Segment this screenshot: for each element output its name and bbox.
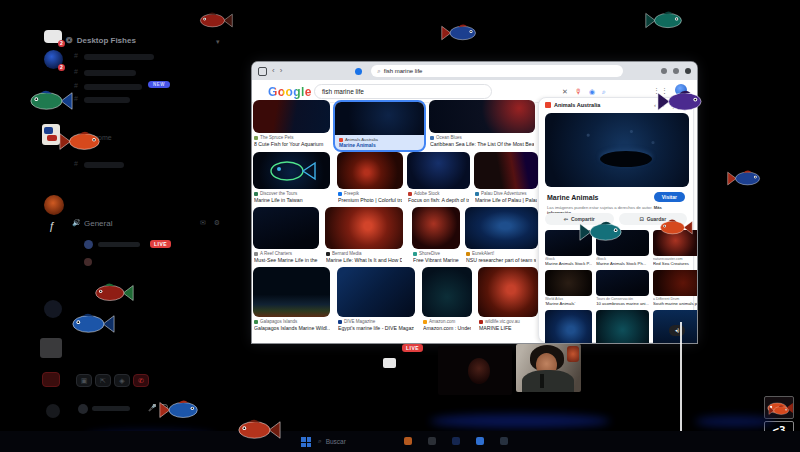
related-image[interactable]: iStockMarine Animals Stock P...: [545, 230, 592, 266]
channel-item[interactable]: [84, 162, 124, 168]
result-caption[interactable]: ShoreDive Free Vibrant Marine Life Im...: [413, 251, 459, 263]
taskbar-app-icon[interactable]: [476, 437, 484, 445]
participant-video-webcam[interactable]: [516, 344, 581, 392]
activities-button[interactable]: ◈: [114, 374, 130, 387]
result-caption[interactable]: Adobe Stock Focus on fish: A depth of tr…: [408, 191, 469, 203]
account-avatar[interactable]: [675, 84, 687, 96]
result-image[interactable]: [253, 100, 330, 133]
result-caption[interactable]: Ocean Blues Caribbean Sea Life: The List…: [430, 135, 534, 147]
mic-search-icon[interactable]: 🎙: [575, 88, 582, 96]
panel-next-icon[interactable]: ›: [662, 102, 664, 109]
related-image[interactable]: iStockMarine Animals Stock Ph...: [596, 230, 649, 266]
back-icon[interactable]: ‹: [272, 62, 275, 80]
voice-user-avatar[interactable]: [84, 240, 93, 249]
minimize-button[interactable]: [661, 68, 667, 74]
result-caption[interactable]: Galapagos Islands Galapagos Islands Mari…: [254, 319, 330, 331]
related-image[interactable]: Tours de Conservación10 asombrosos marin…: [596, 270, 649, 306]
panel-hero-image[interactable]: [545, 113, 689, 187]
headphones-icon[interactable]: 🎧: [160, 404, 169, 412]
channel-item-welcome[interactable]: welcome: [84, 134, 112, 141]
related-image[interactable]: World Atlas'Marine Animals': [545, 270, 592, 306]
result-caption[interactable]: DIVE Magazine Egypt's marine life - DIVE…: [338, 319, 414, 331]
voice-channel-general[interactable]: General: [84, 219, 112, 228]
channel-item[interactable]: [84, 97, 130, 103]
voice-user-avatar2[interactable]: [84, 258, 92, 266]
self-avatar[interactable]: [78, 404, 88, 414]
visit-button[interactable]: Visitar: [654, 192, 685, 202]
result-image[interactable]: [253, 267, 330, 317]
result-image[interactable]: [407, 152, 470, 189]
taskbar-search[interactable]: ⌕ Buscar: [318, 437, 346, 445]
result-caption[interactable]: The Spruce Pets 8 Cute Fish for Your Aqu…: [254, 135, 330, 147]
result-image[interactable]: [465, 207, 538, 249]
channel-item[interactable]: [84, 70, 136, 76]
lens-icon[interactable]: ◉: [589, 88, 595, 96]
tab-favicon[interactable]: [355, 68, 362, 75]
address-bar[interactable]: ⌕ fish marine life: [371, 65, 623, 77]
chevron-down-icon[interactable]: ▾: [216, 38, 220, 46]
result-image[interactable]: [337, 152, 403, 189]
mute-audio-button[interactable]: ◂): [669, 325, 685, 336]
result-image[interactable]: [253, 207, 319, 249]
related-image[interactable]: a Different DrumSouth marine animals ph.…: [653, 270, 697, 306]
save-button[interactable]: ⊡ Guardar: [619, 213, 688, 225]
result-image-selected[interactable]: Animals Australia Marine Animals: [333, 100, 426, 152]
participant-video-dark[interactable]: [438, 346, 512, 395]
google-logo[interactable]: Google: [268, 85, 312, 99]
result-caption[interactable]: Bernard Media Marine Life: What Is It an…: [326, 251, 402, 263]
screenshare-button[interactable]: ⇱: [95, 374, 111, 387]
taskbar-app-icon[interactable]: [404, 437, 412, 445]
result-image[interactable]: [478, 267, 538, 317]
result-caption[interactable]: wildlife.vic.gov.au MARINE LIFE: [479, 319, 537, 331]
voice-user-name[interactable]: [98, 242, 140, 247]
related-image[interactable]: naturecoaster.comRed Sea Creatures: [653, 230, 697, 266]
server-icon-dim2[interactable]: [46, 404, 60, 418]
clear-search-icon[interactable]: ✕: [562, 88, 568, 96]
taskbar-app-icon[interactable]: [500, 437, 508, 445]
result-caption[interactable]: EurekAlert! NSU researcher part of team …: [466, 251, 536, 263]
result-caption[interactable]: Amazon.com Amazon.com : Underwater View …: [423, 319, 471, 331]
taskbar-app-icon[interactable]: [452, 437, 460, 445]
server-icon-planet[interactable]: [44, 195, 64, 215]
server-name-header[interactable]: ❂ Desktop Fishes: [66, 36, 226, 45]
result-image[interactable]: [337, 267, 415, 317]
disconnect-button[interactable]: ✆: [133, 374, 149, 387]
camera-button[interactable]: ▣: [76, 374, 92, 387]
result-image[interactable]: [474, 152, 538, 189]
result-caption[interactable]: Palau Dive Adventures Marine Life of Pal…: [475, 191, 537, 203]
panel-close-icon[interactable]: ✕: [682, 102, 687, 109]
google-search-input[interactable]: fish marine life: [314, 84, 492, 99]
result-caption[interactable]: Freepik Premium Photo | Colorful tropica…: [338, 191, 402, 203]
maximize-button[interactable]: [673, 68, 679, 74]
forward-icon[interactable]: ›: [280, 62, 283, 80]
voice-channel-actions[interactable]: ✉ ⚙: [200, 219, 223, 227]
share-button[interactable]: ⇦ Compartir: [545, 213, 614, 225]
close-button[interactable]: [685, 68, 691, 74]
server-icon-dim[interactable]: [44, 300, 62, 318]
result-image[interactable]: [253, 152, 330, 189]
related-image[interactable]: [545, 310, 592, 343]
result-caption[interactable]: A Reef Charters Must-See Marine Life in …: [254, 251, 318, 263]
result-image[interactable]: [412, 207, 460, 249]
related-image[interactable]: [596, 310, 649, 343]
panel-source[interactable]: Animals Australia: [554, 102, 600, 108]
result-image[interactable]: [429, 100, 535, 133]
mic-icon[interactable]: 🎤: [148, 404, 157, 412]
leave-call-button[interactable]: [42, 372, 60, 387]
channel-item[interactable]: [84, 54, 154, 60]
result-caption[interactable]: Discover the Tours Marine Life in Taiwan: [254, 191, 330, 203]
channel-item[interactable]: [84, 84, 142, 90]
settings-gear-icon[interactable]: ⚙: [172, 404, 178, 412]
taskbar-app-icon[interactable]: [428, 437, 436, 445]
panel-more-icon[interactable]: ⋮: [670, 102, 676, 109]
stream-preview-tile[interactable]: [40, 338, 62, 358]
server-icon-glyph[interactable]: ƒ: [49, 220, 55, 232]
result-image[interactable]: [422, 267, 472, 317]
panel-prev-icon[interactable]: ‹: [654, 102, 656, 109]
fish-pip-tile[interactable]: [764, 396, 794, 419]
search-submit-icon[interactable]: ⌕: [602, 88, 606, 96]
tab-strip-icon[interactable]: [258, 67, 267, 76]
start-button[interactable]: [301, 437, 311, 447]
apps-grid-icon[interactable]: ⋮⋮: [653, 87, 669, 95]
result-image[interactable]: [325, 207, 403, 249]
